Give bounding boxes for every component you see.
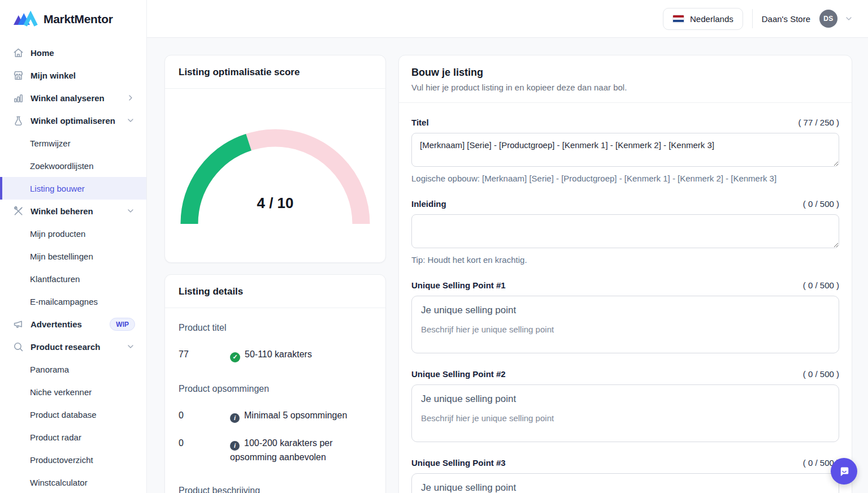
search-icon bbox=[12, 341, 24, 353]
titel-input[interactable]: [Merknaam] [Serie] - [Productgroep] - [K… bbox=[411, 133, 839, 167]
sidebar-item-winkel-optimaliseren[interactable]: Winkel optimaliseren bbox=[0, 109, 146, 132]
score-card: Listing optimalisatie score 4 / 10 bbox=[164, 55, 386, 263]
field-usp3: Unique Selling Point #3 ( 0 / 500 ) bbox=[411, 458, 839, 493]
inleiding-helper: Tip: Houdt het kort en krachtig. bbox=[411, 255, 839, 265]
sidebar-item-panorama[interactable]: Panorama bbox=[0, 358, 146, 380]
details-row-text: 50-110 karakters bbox=[245, 349, 312, 359]
language-label: Nederlands bbox=[690, 14, 734, 24]
titel-label: Titel bbox=[411, 118, 429, 127]
chevron-down-icon bbox=[126, 116, 135, 125]
sidebar-item-mijn-producten[interactable]: Mijn producten bbox=[0, 222, 146, 245]
chat-launcher-button[interactable] bbox=[831, 458, 857, 485]
details-row-text: Minimaal 5 opsommingen bbox=[244, 410, 347, 420]
usp2-title-input[interactable] bbox=[421, 393, 830, 405]
sidebar-item-label: Product radar bbox=[30, 433, 81, 442]
sidebar-item-niche-verkenner[interactable]: Niche verkenner bbox=[0, 380, 146, 403]
main-area: Nederlands Daan's Store DS Listing optim… bbox=[147, 0, 868, 493]
details-row-text: 100-200 karakters per opsomming aanbevol… bbox=[230, 438, 333, 462]
sidebar-item-home[interactable]: Home bbox=[0, 41, 146, 64]
home-icon bbox=[12, 47, 24, 59]
brand-name: MarktMentor bbox=[44, 12, 113, 26]
bar-chart-icon bbox=[12, 92, 24, 104]
sidebar-item-label: Mijn bestellingen bbox=[30, 252, 93, 261]
details-row-value: 77 bbox=[179, 348, 230, 362]
topbar: Nederlands Daan's Store DS bbox=[147, 0, 868, 38]
inleiding-input[interactable] bbox=[411, 214, 839, 248]
sidebar-item-product-research[interactable]: Product research bbox=[0, 335, 146, 358]
field-usp2: Unique Selling Point #2 ( 0 / 500 ) bbox=[411, 369, 839, 442]
details-section-titel: Product titel 77 ✓50-110 karakters bbox=[179, 323, 372, 362]
sidebar-item-mijn-bestellingen[interactable]: Mijn bestellingen bbox=[0, 245, 146, 267]
details-row-status: i100-200 karakters per opsomming aanbevo… bbox=[230, 436, 366, 465]
details-section-opsommingen: Product opsommingen 0 iMinimaal 5 opsomm… bbox=[179, 384, 372, 465]
usp3-title-input[interactable] bbox=[421, 482, 830, 493]
chevron-down-icon bbox=[126, 206, 135, 215]
sidebar-item-label: Termwijzer bbox=[30, 139, 71, 148]
titel-counter: ( 77 / 250 ) bbox=[798, 118, 839, 127]
details-row-value: 0 bbox=[179, 409, 230, 423]
field-inleiding: Inleiding ( 0 / 500 ) Tip: Houdt het kor… bbox=[411, 199, 839, 265]
chevron-down-icon[interactable] bbox=[844, 14, 853, 23]
usp2-desc-input[interactable] bbox=[421, 412, 830, 431]
sidebar-item-advertenties[interactable]: Advertenties WIP bbox=[0, 313, 146, 335]
titel-helper: Logische opbouw: [Merknaam] [Serie] - [P… bbox=[411, 174, 839, 183]
language-selector-button[interactable]: Nederlands bbox=[663, 8, 743, 30]
megaphone-icon bbox=[12, 318, 24, 330]
sidebar-item-label: Product research bbox=[31, 342, 100, 352]
sidebar-item-winkel-analyseren[interactable]: Winkel analyseren bbox=[0, 87, 146, 109]
sidebar-item-label: Klantfacturen bbox=[30, 274, 80, 284]
brand-logo[interactable]: MarktMentor bbox=[0, 0, 146, 41]
sidebar-item-listing-bouwer[interactable]: Listing bouwer bbox=[0, 177, 146, 200]
details-section-title: Product opsommingen bbox=[179, 384, 372, 394]
sidebar-item-product-radar[interactable]: Product radar bbox=[0, 426, 146, 448]
sidebar-item-emailcampagnes[interactable]: E-mailcampagnes bbox=[0, 290, 146, 313]
brand-logo-icon bbox=[14, 11, 38, 28]
tools-icon bbox=[12, 205, 24, 217]
listing-details-body: Product titel 77 ✓50-110 karakters Produ… bbox=[165, 308, 385, 493]
sidebar-item-label: Mijn producten bbox=[30, 229, 85, 239]
gauge-score-label: 4 / 10 bbox=[180, 194, 370, 212]
listing-builder-body: Titel ( 77 / 250 ) [Merknaam] [Serie] - … bbox=[399, 103, 852, 493]
usp2-label: Unique Selling Point #2 bbox=[411, 369, 506, 379]
listing-details-title: Listing details bbox=[165, 275, 385, 308]
sidebar-item-label: Home bbox=[31, 48, 54, 58]
sidebar-item-zoekwoordlijsten[interactable]: Zoekwoordlijsten bbox=[0, 154, 146, 177]
sidebar-item-label: Mijn winkel bbox=[31, 71, 76, 80]
details-row-status: ✓50-110 karakters bbox=[230, 348, 312, 362]
sidebar-item-klantfacturen[interactable]: Klantfacturen bbox=[0, 267, 146, 290]
sidebar-item-winkel-beheren[interactable]: Winkel beheren bbox=[0, 200, 146, 222]
sidebar-item-termwijzer[interactable]: Termwijzer bbox=[0, 132, 146, 154]
sidebar-item-label: Niche verkenner bbox=[30, 387, 92, 397]
usp1-label: Unique Selling Point #1 bbox=[411, 280, 506, 290]
flask-icon bbox=[12, 115, 24, 127]
chevron-down-icon bbox=[126, 342, 135, 351]
store-name: Daan's Store bbox=[762, 14, 810, 24]
field-titel: Titel ( 77 / 250 ) [Merknaam] [Serie] - … bbox=[411, 118, 839, 183]
avatar[interactable]: DS bbox=[819, 10, 837, 28]
listing-builder-card: Bouw je listing Vul hier je product list… bbox=[398, 55, 852, 493]
usp3-box bbox=[411, 473, 839, 493]
usp1-desc-input[interactable] bbox=[421, 323, 830, 343]
page-content: Listing optimalisatie score 4 / 10 Listi… bbox=[147, 38, 868, 493]
sidebar-item-label: Winkel beheren bbox=[31, 206, 93, 216]
usp3-label: Unique Selling Point #3 bbox=[411, 458, 506, 468]
gauge-chart bbox=[180, 128, 370, 234]
sidebar-item-productoverzicht[interactable]: Productoverzicht bbox=[0, 448, 146, 471]
sidebar-item-mijn-winkel[interactable]: Mijn winkel bbox=[0, 64, 146, 87]
details-section-beschrijving: Product beschrijving bbox=[179, 486, 372, 493]
usp2-box bbox=[411, 384, 839, 442]
listing-builder-title: Bouw je listing bbox=[411, 67, 839, 79]
sidebar-item-winstcalculator[interactable]: Winstcalculator bbox=[0, 471, 146, 493]
sidebar-item-product-database[interactable]: Product database bbox=[0, 403, 146, 426]
score-card-title: Listing optimalisatie score bbox=[165, 55, 385, 89]
sidebar-item-label: E-mailcampagnes bbox=[30, 297, 98, 306]
usp1-title-input[interactable] bbox=[421, 305, 830, 316]
sidebar-nav: Home Mijn winkel Winkel analyseren Winke… bbox=[0, 41, 146, 493]
dutch-flag-icon bbox=[672, 15, 684, 23]
listing-builder-subtitle: Vul hier je product listing in en kopiee… bbox=[411, 83, 839, 92]
sidebar-item-label: Winstcalculator bbox=[30, 478, 88, 487]
details-section-title: Product titel bbox=[179, 323, 372, 333]
listing-builder-header: Bouw je listing Vul hier je product list… bbox=[399, 55, 852, 103]
check-icon: ✓ bbox=[230, 352, 240, 362]
topbar-divider bbox=[752, 9, 753, 28]
